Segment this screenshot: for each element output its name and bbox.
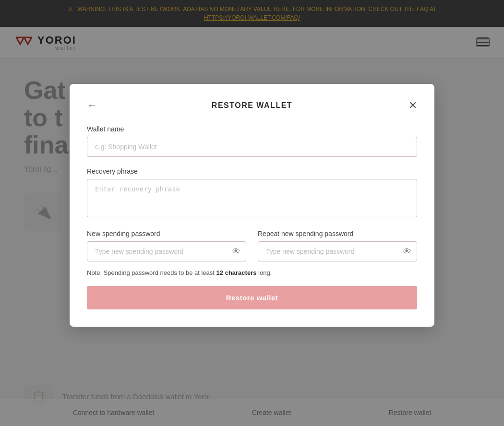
recovery-phrase-label: Recovery phrase — [87, 167, 417, 175]
wallet-name-group: Wallet name — [87, 125, 417, 157]
close-button[interactable]: ✕ — [408, 99, 417, 112]
new-password-input[interactable] — [87, 241, 246, 261]
repeat-password-input[interactable] — [258, 241, 417, 261]
new-password-group: New spending password 👁 — [87, 230, 246, 261]
close-icon: ✕ — [408, 99, 417, 111]
modal-title: RESTORE WALLET — [212, 101, 292, 110]
restore-wallet-modal: ← RESTORE WALLET ✕ Wallet name Recovery … — [70, 84, 434, 327]
back-button[interactable]: ← — [87, 99, 97, 112]
password-note: Note: Spending password needs to be at l… — [87, 269, 417, 276]
note-bold: 12 characters — [216, 269, 257, 276]
new-password-eye-icon[interactable]: 👁 — [232, 247, 240, 257]
new-password-wrapper: 👁 — [87, 241, 246, 261]
repeat-password-eye-icon[interactable]: 👁 — [403, 247, 411, 257]
wallet-name-input[interactable] — [87, 137, 417, 157]
wallet-name-label: Wallet name — [87, 125, 417, 133]
note-prefix: Note: Spending password needs to be at l… — [87, 269, 216, 276]
back-icon: ← — [87, 99, 97, 112]
modal-header: ← RESTORE WALLET ✕ — [87, 99, 417, 112]
password-row: New spending password 👁 Repeat new spend… — [87, 230, 417, 261]
new-password-label: New spending password — [87, 230, 246, 237]
recovery-phrase-group: Recovery phrase — [87, 167, 417, 219]
repeat-password-label: Repeat new spending password — [258, 230, 417, 237]
repeat-password-wrapper: 👁 — [258, 241, 417, 261]
recovery-phrase-input[interactable] — [87, 179, 417, 217]
note-suffix: long. — [256, 269, 272, 276]
repeat-password-group: Repeat new spending password 👁 — [258, 230, 417, 261]
restore-wallet-button[interactable]: Restore wallet — [87, 286, 417, 309]
